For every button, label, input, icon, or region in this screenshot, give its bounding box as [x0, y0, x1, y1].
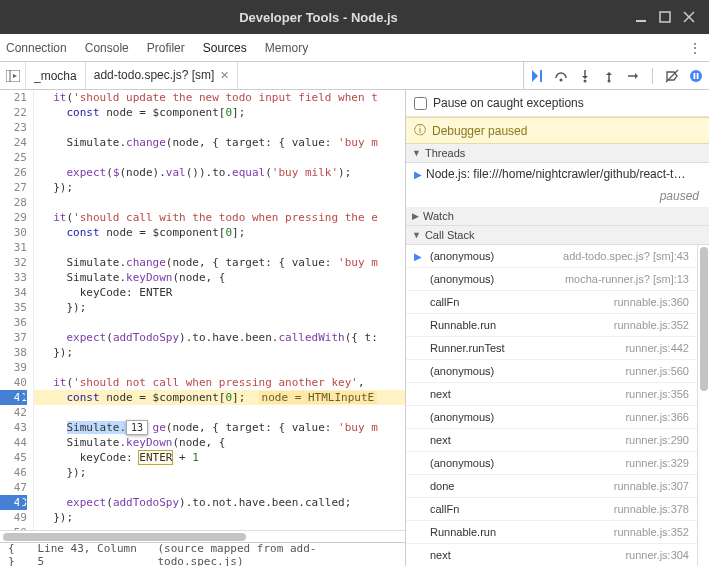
info-icon: ⓘ: [414, 122, 426, 139]
close-tab-icon[interactable]: ✕: [220, 69, 229, 82]
chevron-down-icon: ▼: [412, 148, 421, 158]
threads-section-header[interactable]: ▼ Threads: [406, 144, 709, 163]
callstack-frame[interactable]: (anonymous)mocha-runner.js? [sm]:13: [406, 268, 697, 291]
svg-point-20: [690, 70, 702, 82]
file-tab-label: add-todo.spec.js? [sm]: [94, 68, 215, 82]
thread-label: Node.js: file:///home/nightcrawler/githu…: [426, 167, 685, 181]
callstack-frame[interactable]: nextrunner.js:356: [406, 383, 697, 406]
callstack-frame[interactable]: Runnable.runrunnable.js:352: [406, 314, 697, 337]
frame-name: (anonymous): [430, 411, 619, 423]
threads-label: Threads: [425, 147, 465, 159]
callstack-frame[interactable]: donerunnable.js:307: [406, 475, 697, 498]
svg-marker-7: [532, 70, 538, 82]
frame-name: (anonymous): [430, 365, 619, 377]
callstack-frame[interactable]: nextrunner.js:290: [406, 429, 697, 452]
window-titlebar: Developer Tools - Node.js: [0, 0, 709, 34]
callstack-frame[interactable]: ▶(anonymous)add-todo.spec.js? [sm]:43: [406, 245, 697, 268]
frame-name: (anonymous): [430, 457, 619, 469]
frame-name: (anonymous): [430, 250, 557, 262]
vertical-scrollbar[interactable]: [697, 245, 709, 566]
source-editor: 2122232425262728293031323334353637383940…: [0, 90, 406, 566]
callstack-frame[interactable]: Runnable.runrunnable.js:352: [406, 521, 697, 544]
devtools-tab-memory[interactable]: Memory: [265, 35, 308, 61]
callstack-frame[interactable]: (anonymous)runner.js:329: [406, 452, 697, 475]
frame-name: done: [430, 480, 608, 492]
frame-location: runner.js:356: [625, 388, 689, 400]
devtools-tab-sources[interactable]: Sources: [203, 35, 247, 61]
callstack-frame[interactable]: (anonymous)runner.js:366: [406, 406, 697, 429]
current-thread-arrow-icon: ▶: [414, 169, 422, 180]
svg-rect-22: [697, 73, 699, 79]
source-map-note: (source mapped from add-todo.spec.js): [157, 542, 397, 567]
callstack-frame[interactable]: nextrunner.js:304: [406, 544, 697, 566]
callstack-frame[interactable]: callFnrunnable.js:378: [406, 498, 697, 521]
close-icon[interactable]: [677, 5, 701, 29]
current-frame-arrow-icon: ▶: [414, 251, 424, 262]
show-navigator-icon[interactable]: [0, 62, 26, 89]
callstack-label: Call Stack: [425, 229, 475, 241]
frame-location: mocha-runner.js? [sm]:13: [565, 273, 689, 285]
step-out-icon[interactable]: [602, 69, 616, 83]
horizontal-scrollbar[interactable]: [0, 530, 405, 542]
frame-location: runnable.js:352: [614, 526, 689, 538]
file-tab-label: _mocha: [34, 69, 77, 83]
step-into-icon[interactable]: [578, 69, 592, 83]
svg-point-12: [584, 79, 587, 82]
svg-marker-11: [582, 76, 588, 79]
frame-location: runner.js:366: [625, 411, 689, 423]
svg-marker-17: [635, 73, 638, 79]
maximize-icon[interactable]: [653, 5, 677, 29]
thread-status: paused: [406, 185, 709, 207]
step-over-icon[interactable]: [554, 69, 568, 83]
debugger-controls: [523, 62, 709, 89]
frame-location: runnable.js:378: [614, 503, 689, 515]
devtools-tab-profiler[interactable]: Profiler: [147, 35, 185, 61]
code-content[interactable]: it('should update the new todo input fie…: [34, 90, 405, 530]
step-icon[interactable]: [626, 69, 640, 83]
devtools-tabs: ConnectionConsoleProfilerSourcesMemory ⋮: [0, 34, 709, 62]
debugger-sidebar: Pause on caught exceptions ⓘ Debugger pa…: [406, 90, 709, 566]
frame-location: add-todo.spec.js? [sm]:43: [563, 250, 689, 262]
svg-point-15: [608, 79, 611, 82]
frame-location: runner.js:304: [625, 549, 689, 561]
file-tab[interactable]: _mocha: [26, 62, 86, 89]
kebab-menu-icon[interactable]: ⋮: [687, 41, 703, 55]
pause-on-exceptions-label: Pause on caught exceptions: [433, 96, 584, 110]
frame-location: runnable.js:360: [614, 296, 689, 308]
callstack-section-header[interactable]: ▼ Call Stack: [406, 226, 709, 245]
svg-marker-14: [606, 72, 612, 75]
minimize-icon[interactable]: [629, 5, 653, 29]
cursor-position: Line 43, Column 5: [37, 542, 147, 567]
frame-location: runnable.js:307: [614, 480, 689, 492]
frame-location: runner.js:442: [625, 342, 689, 354]
devtools-tab-connection[interactable]: Connection: [6, 35, 67, 61]
watch-label: Watch: [423, 210, 454, 222]
line-gutter[interactable]: 2122232425262728293031323334353637383940…: [0, 90, 34, 530]
frame-location: runnable.js:352: [614, 319, 689, 331]
svg-rect-1: [660, 12, 670, 22]
frame-location: runner.js:290: [625, 434, 689, 446]
pretty-print-icon[interactable]: { }: [8, 542, 27, 567]
callstack-frame[interactable]: (anonymous)runner.js:560: [406, 360, 697, 383]
resume-icon[interactable]: [530, 69, 544, 83]
pause-icon[interactable]: [689, 69, 703, 83]
chevron-down-icon: ▼: [412, 230, 421, 240]
devtools-tab-console[interactable]: Console: [85, 35, 129, 61]
svg-marker-6: [13, 74, 17, 78]
watch-section-header[interactable]: ▶ Watch: [406, 207, 709, 226]
frame-name: next: [430, 434, 619, 446]
frame-name: next: [430, 388, 619, 400]
frame-name: callFn: [430, 503, 608, 515]
deactivate-breakpoints-icon[interactable]: [665, 69, 679, 83]
frame-name: Runnable.run: [430, 526, 608, 538]
frame-name: Runnable.run: [430, 319, 608, 331]
frame-location: runner.js:560: [625, 365, 689, 377]
toolbar: _mochaadd-todo.spec.js? [sm]✕: [0, 62, 709, 90]
pause-on-exceptions-checkbox[interactable]: [414, 97, 427, 110]
paused-banner: ⓘ Debugger paused: [406, 117, 709, 144]
callstack-frame[interactable]: callFnrunnable.js:360: [406, 291, 697, 314]
svg-rect-21: [694, 73, 696, 79]
callstack-frame[interactable]: Runner.runTestrunner.js:442: [406, 337, 697, 360]
thread-item[interactable]: ▶ Node.js: file:///home/nightcrawler/git…: [406, 163, 709, 185]
file-tab[interactable]: add-todo.spec.js? [sm]✕: [86, 62, 239, 89]
